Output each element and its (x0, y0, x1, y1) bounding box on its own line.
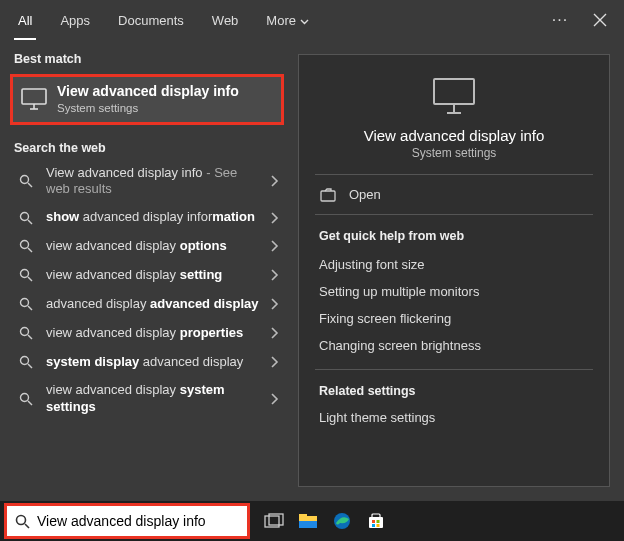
web-result[interactable]: view advanced display properties (0, 319, 294, 348)
svg-line-18 (28, 401, 32, 405)
svg-line-6 (28, 220, 32, 224)
chevron-right-icon (266, 175, 282, 187)
microsoft-store-icon[interactable] (362, 507, 390, 535)
chevron-right-icon (266, 393, 282, 405)
svg-line-10 (28, 277, 32, 281)
search-filter-tabs: All Apps Documents Web More ··· (0, 0, 624, 40)
help-link[interactable]: Fixing screen flickering (299, 305, 609, 332)
svg-rect-29 (299, 521, 317, 528)
chevron-right-icon (266, 356, 282, 368)
svg-point-11 (21, 299, 29, 307)
web-result-label: view advanced display options (36, 238, 266, 255)
web-result[interactable]: show advanced display information (0, 203, 294, 232)
search-icon (16, 355, 36, 369)
results-column: Best match View advanced display info Sy… (0, 40, 294, 501)
search-body: Best match View advanced display info Sy… (0, 40, 624, 501)
web-result[interactable]: view advanced display system settings (0, 376, 294, 421)
search-icon (16, 239, 36, 253)
svg-rect-22 (321, 191, 335, 201)
svg-line-12 (28, 306, 32, 310)
open-icon (319, 188, 337, 202)
svg-point-15 (21, 356, 29, 364)
search-icon (16, 392, 36, 406)
related-settings-label: Related settings (299, 370, 609, 404)
chevron-right-icon (266, 240, 282, 252)
svg-rect-0 (22, 89, 46, 104)
search-icon (16, 326, 36, 340)
web-result-label: View advanced display info - See web res… (36, 165, 266, 198)
tab-all[interactable]: All (4, 0, 46, 40)
open-action[interactable]: Open (299, 175, 609, 214)
search-web-label: Search the web (0, 135, 294, 159)
help-link[interactable]: Setting up multiple monitors (299, 278, 609, 305)
tab-apps[interactable]: Apps (46, 0, 104, 40)
monitor-icon (315, 77, 593, 115)
help-link[interactable]: Adjusting font size (299, 251, 609, 278)
svg-point-13 (21, 328, 29, 336)
svg-point-7 (21, 241, 29, 249)
taskbar (0, 501, 624, 541)
svg-rect-35 (372, 524, 375, 527)
web-result[interactable]: advanced display advanced display (0, 290, 294, 319)
best-match-result[interactable]: View advanced display info System settin… (10, 74, 284, 125)
svg-rect-34 (377, 520, 380, 523)
svg-line-24 (25, 524, 29, 528)
web-result-label: show advanced display information (36, 209, 266, 226)
preview-subtitle: System settings (315, 146, 593, 160)
svg-line-14 (28, 335, 32, 339)
close-icon (593, 13, 607, 27)
search-icon (16, 211, 36, 225)
file-explorer-icon[interactable] (294, 507, 322, 535)
web-result-label: system display advanced display (36, 354, 266, 371)
web-result-label: view advanced display system settings (36, 382, 266, 415)
taskbar-search-box[interactable] (7, 506, 247, 536)
chevron-right-icon (266, 212, 282, 224)
web-result-label: view advanced display properties (36, 325, 266, 342)
edge-icon[interactable] (328, 507, 356, 535)
best-match-subtitle: System settings (57, 102, 239, 116)
search-box-highlight (4, 503, 250, 539)
svg-point-17 (21, 393, 29, 401)
svg-point-3 (21, 175, 29, 183)
svg-rect-28 (299, 514, 307, 518)
svg-rect-31 (369, 517, 383, 528)
search-icon (16, 297, 36, 311)
svg-rect-32 (372, 514, 380, 518)
tab-more[interactable]: More (252, 0, 323, 40)
svg-line-16 (28, 364, 32, 368)
more-options-button[interactable]: ··· (540, 0, 580, 40)
web-result[interactable]: View advanced display info - See web res… (0, 159, 294, 204)
svg-rect-19 (434, 79, 474, 104)
svg-rect-33 (372, 520, 375, 523)
tab-documents[interactable]: Documents (104, 0, 198, 40)
help-link[interactable]: Changing screen brightness (299, 332, 609, 359)
chevron-right-icon (266, 269, 282, 281)
best-match-title: View advanced display info (57, 83, 239, 100)
search-icon (7, 514, 37, 529)
web-result-label: advanced display advanced display (36, 296, 266, 313)
web-result[interactable]: view advanced display options (0, 232, 294, 261)
svg-rect-36 (377, 524, 380, 527)
svg-point-23 (16, 515, 25, 524)
task-view-icon[interactable] (260, 507, 288, 535)
tab-web[interactable]: Web (198, 0, 253, 40)
web-result[interactable]: system display advanced display (0, 348, 294, 377)
preview-title: View advanced display info (315, 127, 593, 144)
best-match-label: Best match (0, 46, 294, 70)
related-link[interactable]: Light theme settings (299, 404, 609, 431)
svg-point-9 (21, 270, 29, 278)
chevron-right-icon (266, 327, 282, 339)
open-label: Open (349, 187, 381, 202)
svg-line-4 (28, 183, 32, 187)
web-result-label: view advanced display setting (36, 267, 266, 284)
preview-pane: View advanced display info System settin… (298, 54, 610, 487)
search-input[interactable] (37, 506, 247, 536)
monitor-icon (21, 88, 47, 110)
svg-point-5 (21, 212, 29, 220)
quick-help-label: Get quick help from web (299, 215, 609, 251)
chevron-right-icon (266, 298, 282, 310)
search-icon (16, 268, 36, 282)
close-button[interactable] (580, 0, 620, 40)
web-result[interactable]: view advanced display setting (0, 261, 294, 290)
svg-line-8 (28, 248, 32, 252)
